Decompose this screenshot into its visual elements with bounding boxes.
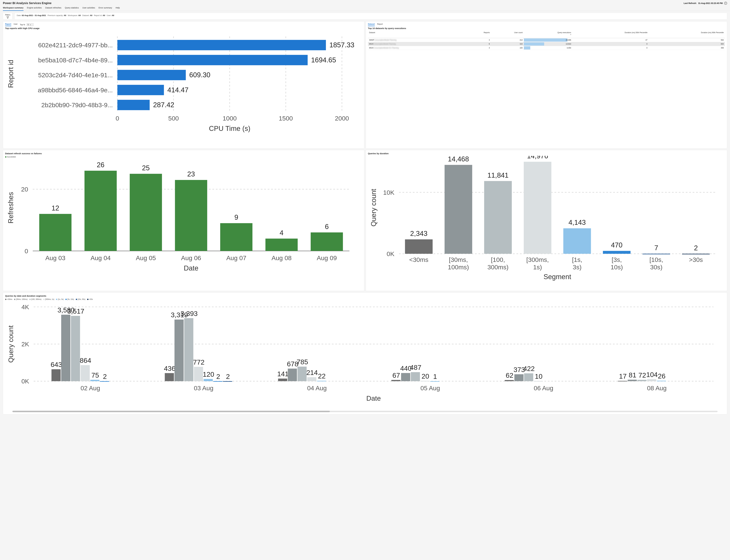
tab-dataset-refreshes[interactable]: Dataset refreshes	[45, 5, 61, 11]
svg-text:0K: 0K	[386, 250, 394, 257]
col-header[interactable]: Query executions▾	[524, 31, 572, 38]
col-header[interactable]: Reports	[465, 31, 491, 38]
svg-rect-66	[484, 181, 512, 254]
svg-text:Aug 03: Aug 03	[45, 254, 65, 261]
filter-dataset-label: Dataset:	[82, 14, 89, 17]
chart-queries-by-duration[interactable]: 0K10K2,343<30ms14,468[30ms,100ms)11,841[…	[368, 156, 725, 288]
legend-item[interactable]: [10s, 30s)	[76, 298, 85, 300]
svg-text:500: 500	[168, 115, 179, 122]
svg-text:26: 26	[97, 161, 105, 169]
filters-button[interactable]: Filters	[3, 13, 12, 20]
svg-text:12: 12	[52, 204, 59, 212]
svg-text:2K: 2K	[21, 341, 29, 348]
svg-rect-133	[317, 381, 326, 381]
horizontal-scrollbar[interactable]	[12, 411, 718, 412]
svg-text:287.42: 287.42	[153, 101, 174, 109]
svg-rect-114	[184, 318, 194, 381]
svg-text:120: 120	[203, 370, 214, 378]
svg-rect-59	[405, 239, 432, 254]
svg-text:4K: 4K	[21, 303, 29, 310]
chart-queries-by-date-segments[interactable]: 0K2K4K6433,5803,51786475202 Aug4363,3193…	[5, 301, 725, 410]
svg-rect-70	[524, 162, 551, 254]
svg-rect-16	[117, 70, 186, 80]
legend-item[interactable]: >30s	[87, 298, 93, 300]
tab-user-activities[interactable]: User activities	[82, 5, 95, 11]
chart-refresh-success[interactable]: 02012Aug 0326Aug 0425Aug 0523Aug 069Aug …	[5, 159, 362, 280]
svg-text:[3s,: [3s,	[612, 256, 622, 263]
svg-rect-97	[52, 369, 61, 381]
col-header[interactable]: User count	[491, 31, 524, 38]
legend-item[interactable]: [30ms, 100ms)	[14, 298, 27, 300]
svg-text:1857.33: 1857.33	[330, 41, 355, 49]
tab-engine-activities[interactable]: Engine activities	[27, 5, 42, 11]
svg-rect-120	[213, 381, 223, 382]
svg-text:1000: 1000	[223, 115, 237, 122]
col-header[interactable]: Duration (ms) 50th Percentile	[572, 31, 649, 38]
svg-text:3,393: 3,393	[181, 310, 198, 317]
subtab-dataset[interactable]: Dataset	[368, 23, 375, 26]
subtab-user[interactable]: User	[14, 23, 18, 26]
legend-item[interactable]: [100, 300ms)	[29, 298, 41, 300]
legend-item[interactable]: [3s, 10s)	[65, 298, 74, 300]
last-refresh: Last Refresh: 31-Aug-2021 03:23:45 PM i	[684, 2, 727, 5]
svg-text:436: 436	[164, 364, 175, 372]
svg-rect-44	[220, 223, 253, 251]
svg-rect-82	[643, 254, 670, 254]
svg-text:<30ms: <30ms	[409, 256, 428, 263]
card-queries-duration: Queries by duration 0K10K2,343<30ms14,46…	[366, 150, 727, 291]
filter-capacity-label: Premium capacity:	[48, 14, 63, 17]
table-title: Top 10 datasets by query executions	[368, 27, 725, 30]
svg-text:772: 772	[193, 358, 204, 366]
tab-query-statistics[interactable]: Query statistics	[65, 5, 79, 11]
segment-legend: <30ms[30ms, 100ms)[100, 300ms)[300ms, 1s…	[5, 298, 725, 300]
svg-text:[100,: [100,	[491, 256, 505, 263]
svg-text:1500: 1500	[279, 115, 293, 122]
table-row[interactable]: MSXIConsumptionModel Planning632413,9100…	[368, 42, 725, 46]
svg-rect-142	[420, 381, 430, 381]
svg-text:Aug 04: Aug 04	[91, 254, 111, 261]
svg-rect-112	[175, 319, 184, 381]
svg-text:602e4211-2dc9-4977-bb...: 602e4211-2dc9-4977-bb...	[38, 42, 113, 49]
svg-text:1: 1	[433, 373, 437, 380]
table-row[interactable]: MSXIConsumptionModel DU Planning31634,45…	[368, 46, 725, 50]
info-icon[interactable]: i	[724, 2, 727, 5]
table-row[interactable]: SMSPConsumptionModel Planning341429,8864…	[368, 38, 725, 42]
svg-rect-22	[117, 100, 150, 110]
col-header[interactable]: Duration (ms) 90th Percentile	[648, 31, 725, 38]
col-header[interactable]: Dataset	[368, 31, 465, 38]
chart-top-reports-cpu[interactable]: 0500100015002000602e4211-2dc9-4977-bb...…	[5, 31, 362, 146]
filter-workspace-label: Workspace:	[68, 14, 78, 17]
tab-error-summary[interactable]: Error summary	[99, 5, 112, 11]
svg-rect-99	[61, 315, 70, 381]
svg-rect-162	[647, 379, 656, 381]
svg-text:6: 6	[325, 223, 329, 230]
legend-item[interactable]: [300ms, 1s)	[43, 298, 54, 300]
top-datasets-table[interactable]: DatasetReportsUser countQuery executions…	[368, 31, 725, 50]
tab-workspace-summary[interactable]: Workspace summary	[3, 5, 24, 11]
svg-text:609.30: 609.30	[189, 71, 210, 79]
svg-rect-13	[117, 55, 308, 65]
svg-text:Date: Date	[366, 394, 381, 402]
svg-rect-149	[514, 374, 523, 381]
svg-text:1694.65: 1694.65	[311, 56, 336, 64]
svg-text:2,343: 2,343	[410, 230, 427, 237]
svg-rect-78	[603, 251, 630, 254]
subtab-report-ds[interactable]: Report	[377, 23, 383, 26]
legend-item[interactable]: [1s, 3s)	[56, 298, 64, 300]
svg-rect-147	[505, 380, 514, 381]
svg-rect-110	[165, 373, 174, 381]
legend-item[interactable]: <30ms	[5, 298, 12, 300]
svg-rect-164	[657, 381, 666, 381]
svg-rect-86	[682, 254, 710, 254]
filter-workspace-value: All	[78, 14, 81, 17]
svg-text:5203c2d4-7d40-4e1e-91...: 5203c2d4-7d40-4e1e-91...	[38, 72, 113, 79]
svg-text:02 Aug: 02 Aug	[81, 385, 100, 392]
svg-rect-122	[223, 381, 232, 382]
svg-text:17: 17	[619, 372, 627, 380]
subtab-report[interactable]: Report	[5, 23, 11, 26]
tab-help[interactable]: Help	[116, 5, 120, 11]
topn-label: Top N:	[20, 24, 25, 26]
svg-rect-107	[100, 381, 109, 382]
topn-select[interactable]: 5 ▾	[27, 23, 34, 26]
svg-rect-19	[117, 85, 164, 95]
